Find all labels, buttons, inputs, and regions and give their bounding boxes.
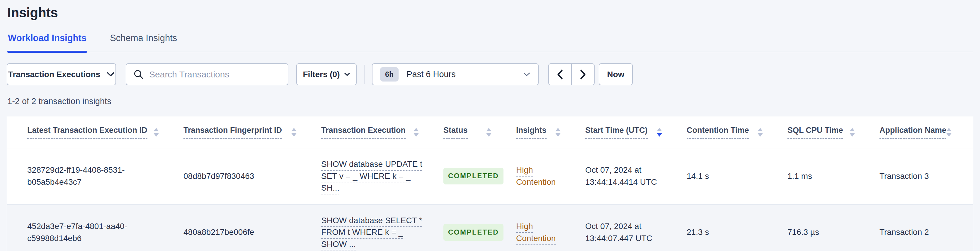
column-header-insights[interactable]: Insights: [516, 117, 585, 148]
column-header-contention-time[interactable]: Contention Time: [687, 117, 788, 148]
contention-time-cell: 21.3 s: [687, 227, 709, 237]
start-time-cell: Oct 07, 2024 at 13:44:07.447 UTC: [585, 221, 667, 244]
now-button[interactable]: Now: [599, 63, 633, 85]
sql-cpu-time-cell: 1.1 ms: [788, 171, 812, 181]
column-header-latest-transaction-execution-id[interactable]: Latest Transaction Execution ID: [7, 117, 183, 148]
filters-button[interactable]: Filters (0): [296, 63, 356, 85]
tab-workload-insights[interactable]: Workload Insights: [7, 33, 87, 51]
chevron-down-icon: [523, 72, 530, 77]
column-header-status[interactable]: Status: [444, 117, 516, 148]
insights-table-card: Latest Transaction Execution ID Transact…: [7, 116, 973, 251]
sql-cpu-time-cell: 716.3 µs: [788, 227, 819, 237]
execution-id-cell: 452da3e7-e7fa-4801-aa40-c59988d14eb6: [27, 221, 172, 244]
transaction-type-dropdown[interactable]: Transaction Executions: [7, 63, 116, 85]
time-range-arrows: [548, 63, 595, 85]
column-header-transaction-execution[interactable]: Transaction Execution: [321, 117, 444, 148]
status-badge: COMPLETED: [444, 168, 503, 184]
tab-label: Workload Insights: [8, 33, 86, 43]
status-badge: COMPLETED: [444, 224, 503, 241]
table-header-row: Latest Transaction Execution ID Transact…: [7, 117, 973, 148]
sort-icon[interactable]: [850, 128, 855, 137]
chevron-down-icon: [344, 72, 350, 77]
transaction-execution-link[interactable]: SHOW database UPDATE t SET v = _ WHERE k…: [321, 158, 430, 194]
insight-link[interactable]: High Contention: [516, 221, 561, 244]
sort-icon[interactable]: [555, 128, 561, 137]
contention-time-cell: 14.1 s: [687, 171, 709, 181]
column-header-transaction-fingerprint-id[interactable]: Transaction Fingerprint ID: [183, 117, 321, 148]
start-time-cell: Oct 07, 2024 at 13:44:14.4414 UTC: [585, 164, 667, 188]
sort-icon[interactable]: [757, 128, 763, 137]
sort-icon[interactable]: [291, 128, 297, 137]
search-icon: [134, 69, 144, 80]
table-row: 452da3e7-e7fa-4801-aa40-c59988d14eb6 480…: [7, 205, 973, 251]
toolbar: Transaction Executions Filters (0) 6h Pa…: [7, 63, 973, 85]
insight-link[interactable]: High Contention: [516, 164, 561, 188]
column-header-sql-cpu-time[interactable]: SQL CPU Time: [788, 117, 880, 148]
transaction-execution-link[interactable]: SHOW database SELECT * FROM t WHERE k = …: [321, 215, 430, 250]
application-name-cell: Transaction 3: [880, 171, 929, 181]
time-range-picker[interactable]: 6h Past 6 Hours: [372, 63, 539, 85]
table-row: 328729d2-ff19-4408-8531-b05a5b4e43c7 08d…: [7, 148, 973, 205]
execution-id-cell: 328729d2-ff19-4408-8531-b05a5b4e43c7: [27, 164, 172, 188]
transaction-type-label: Transaction Executions: [8, 70, 100, 79]
fingerprint-id-cell: 08d8b7d97f830463: [183, 171, 254, 181]
toolbar-divider: [364, 65, 364, 84]
results-summary: 1-2 of 2 transaction insights: [7, 96, 973, 106]
chevron-left-icon: [557, 69, 563, 80]
sort-icon[interactable]: [154, 128, 159, 137]
sort-icon[interactable]: [486, 128, 492, 137]
search-box[interactable]: [126, 63, 288, 85]
previous-time-range-button[interactable]: [548, 63, 572, 85]
insights-table: Latest Transaction Execution ID Transact…: [7, 117, 973, 251]
time-range-badge: 6h: [380, 67, 399, 82]
next-time-range-button[interactable]: [571, 63, 595, 85]
chevron-right-icon: [580, 69, 586, 80]
insights-page: Insights Workload Insights Schema Insigh…: [0, 5, 980, 251]
page-title: Insights: [7, 5, 973, 21]
column-header-application-name[interactable]: Application Name: [880, 117, 973, 148]
tab-label: Schema Insights: [110, 33, 177, 43]
chevron-down-icon: [107, 72, 115, 77]
time-range-label: Past 6 Hours: [406, 69, 456, 79]
column-header-start-time[interactable]: Start Time (UTC): [585, 117, 687, 148]
filters-label: Filters (0): [303, 70, 340, 79]
sort-icon-active-desc[interactable]: [657, 128, 662, 137]
search-input[interactable]: [149, 69, 281, 80]
tab-schema-insights[interactable]: Schema Insights: [109, 33, 178, 51]
sort-icon[interactable]: [946, 128, 951, 137]
now-label: Now: [607, 70, 624, 79]
application-name-cell: Transaction 2: [880, 227, 929, 237]
fingerprint-id-cell: 480a8b217be006fe: [183, 227, 254, 237]
sort-icon[interactable]: [414, 128, 419, 137]
tab-bar: Workload Insights Schema Insights: [7, 33, 973, 52]
